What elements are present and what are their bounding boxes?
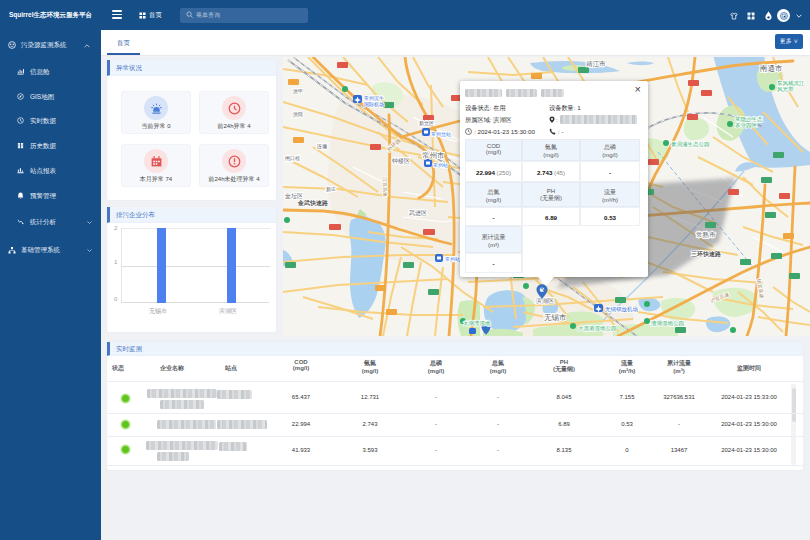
svg-text:常熟市: 常熟市	[696, 231, 716, 239]
svg-text:无锡硕放机场: 无锡硕放机场	[605, 306, 638, 313]
svg-text:金坛区: 金坛区	[284, 192, 303, 199]
svg-text:钟楼区: 钟楼区	[391, 157, 410, 164]
svg-text:常州站: 常州站	[445, 256, 460, 262]
svg-text:洪陆: 洪陆	[293, 111, 303, 118]
svg-text:无锡市: 无锡市	[544, 313, 567, 322]
svg-text:新北区: 新北区	[419, 120, 434, 127]
svg-text:大溪港湿地公园: 大溪港湿地公园	[578, 325, 617, 332]
svg-text:国际机场: 国际机场	[364, 101, 384, 108]
svg-text:常州市: 常州市	[422, 151, 445, 160]
svg-text:武进区: 武进区	[409, 209, 427, 217]
svg-text:南通市: 南通市	[759, 64, 783, 73]
svg-text:风光带: 风光带	[777, 86, 794, 93]
svg-text:常州北站: 常州北站	[431, 131, 451, 138]
svg-text:黄润浦生态公园: 黄润浦生态公园	[671, 141, 710, 148]
svg-text:漕湖湿地公园: 漕湖湿地公园	[650, 320, 684, 327]
svg-text:三环快速路: 三环快速路	[691, 250, 722, 258]
svg-text:太湖湾湿地: 太湖湾湿地	[463, 320, 491, 327]
svg-text:闸口樘: 闸口樘	[285, 155, 300, 162]
svg-text:靖江市: 靖江市	[586, 60, 606, 68]
svg-text:金武快速路: 金武快速路	[297, 199, 329, 207]
svg-text:常州站: 常州站	[433, 162, 448, 168]
svg-text:农业园区: 农业园区	[735, 122, 758, 129]
svg-text:洪甲: 洪甲	[293, 88, 303, 95]
svg-text:新庄: 新庄	[326, 186, 336, 192]
svg-text:连墉: 连墉	[317, 143, 327, 150]
